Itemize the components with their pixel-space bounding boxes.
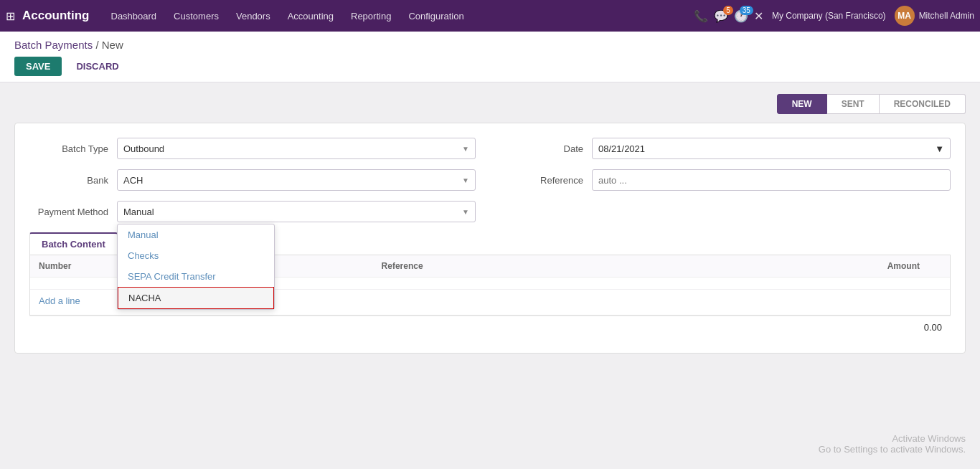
bank-arrow-icon: ▼ — [462, 176, 469, 184]
user-menu[interactable]: MA Mitchell Admin — [895, 6, 974, 26]
page-header: Batch Payments / New SAVE DISCARD — [0, 32, 980, 82]
user-avatar: MA — [895, 6, 915, 26]
total-value: 0.00 — [924, 322, 942, 333]
col-actions — [928, 255, 950, 278]
discard-button[interactable]: DISCARD — [67, 57, 127, 76]
date-picker[interactable]: 08/21/2021 ▼ — [592, 138, 951, 159]
add-line-link[interactable]: Add a line — [30, 291, 89, 311]
nav-accounting[interactable]: Accounting — [281, 0, 341, 32]
status-tab-new[interactable]: NEW — [777, 94, 827, 114]
dropdown-item-checks[interactable]: Checks — [118, 245, 274, 266]
col-reference: Reference — [373, 255, 674, 278]
messages-badge: 5 — [723, 6, 733, 15]
close-icon[interactable]: ✕ — [754, 9, 763, 23]
batch-type-value: Outbound — [123, 143, 164, 154]
date-arrow-icon: ▼ — [935, 143, 944, 154]
topnav-icons: 📞 💬 5 🕐 35 ✕ — [694, 9, 763, 23]
brand-logo: Accounting — [22, 9, 90, 23]
breadcrumb-parent[interactable]: Batch Payments — [14, 39, 93, 51]
dropdown-item-manual[interactable]: Manual — [118, 224, 274, 245]
breadcrumb-separator: / — [95, 39, 101, 51]
form-card: Batch Type Outbound ▼ Date 08/21/2021 ▼ … — [14, 123, 966, 354]
nav-dashboard[interactable]: Dashboard — [104, 0, 164, 32]
form-row-2: Bank ACH ▼ Reference — [29, 169, 951, 191]
activity-icon[interactable]: 🕐 35 — [734, 9, 748, 23]
payment-method-value: Manual — [123, 207, 154, 217]
status-tab-reconciled[interactable]: RECONCILED — [880, 94, 966, 114]
main-content: NEW SENT RECONCILED Batch Type Outbound … — [0, 82, 980, 365]
bank-label: Bank — [29, 175, 108, 186]
status-tab-sent[interactable]: SENT — [827, 94, 880, 114]
dropdown-item-sepa[interactable]: SEPA Credit Transfer — [118, 266, 274, 287]
reference-label: Reference — [504, 175, 583, 186]
form-group-reference: Reference — [504, 169, 951, 191]
date-value: 08/21/2021 — [598, 143, 645, 154]
batch-type-select[interactable]: Outbound ▼ — [117, 138, 476, 159]
col-empty — [285, 255, 373, 278]
batch-type-label: Batch Type — [29, 143, 108, 154]
status-tabs: NEW SENT RECONCILED — [14, 94, 966, 114]
activity-badge: 35 — [740, 6, 753, 15]
form-group-bank: Bank ACH ▼ — [29, 169, 476, 191]
messages-icon[interactable]: 💬 5 — [714, 9, 728, 23]
save-button[interactable]: SAVE — [14, 57, 62, 76]
form-group-batch-type: Batch Type Outbound ▼ — [29, 138, 476, 159]
payment-method-label: Payment Method — [29, 207, 108, 217]
form-row-1: Batch Type Outbound ▼ Date 08/21/2021 ▼ — [29, 138, 951, 159]
batch-type-arrow-icon: ▼ — [462, 145, 469, 153]
user-name: Mitchell Admin — [919, 11, 974, 21]
total-row: 0.00 — [29, 316, 951, 338]
nav-reporting[interactable]: Reporting — [344, 0, 398, 32]
nav-configuration[interactable]: Configuration — [401, 0, 471, 32]
date-label: Date — [504, 143, 583, 154]
bank-select[interactable]: ACH ▼ — [117, 169, 476, 191]
payment-method-dropdown-menu: Manual Checks SEPA Credit Transfer NACHA — [117, 224, 275, 310]
batch-content-tab[interactable]: Batch Content — [29, 232, 118, 255]
reference-input[interactable] — [592, 169, 951, 191]
col-amount: Amount — [674, 255, 928, 278]
grid-icon[interactable]: ⊞ — [6, 9, 15, 23]
breadcrumb: Batch Payments / New — [14, 39, 966, 51]
payment-method-select[interactable]: Manual ▼ — [117, 201, 476, 222]
payment-method-arrow-icon: ▼ — [462, 208, 469, 216]
payment-method-dropdown-wrapper: Manual ▼ Manual Checks SEPA Credit Trans… — [117, 201, 476, 222]
form-group-date: Date 08/21/2021 ▼ — [504, 138, 951, 159]
nav-customers[interactable]: Customers — [166, 0, 226, 32]
breadcrumb-current: New — [102, 39, 123, 51]
dropdown-item-nacha[interactable]: NACHA — [118, 287, 274, 309]
company-name: My Company (San Francisco) — [772, 11, 886, 21]
form-group-payment-method: Payment Method Manual ▼ Manual Checks SE… — [29, 201, 476, 222]
form-group-empty — [504, 201, 951, 222]
form-row-3: Payment Method Manual ▼ Manual Checks SE… — [29, 201, 951, 222]
top-navigation: ⊞ Accounting Dashboard Customers Vendors… — [0, 0, 980, 32]
nav-vendors[interactable]: Vendors — [229, 0, 278, 32]
toolbar: SAVE DISCARD — [14, 57, 966, 82]
bank-value: ACH — [123, 175, 143, 186]
phone-icon[interactable]: 📞 — [694, 9, 708, 23]
